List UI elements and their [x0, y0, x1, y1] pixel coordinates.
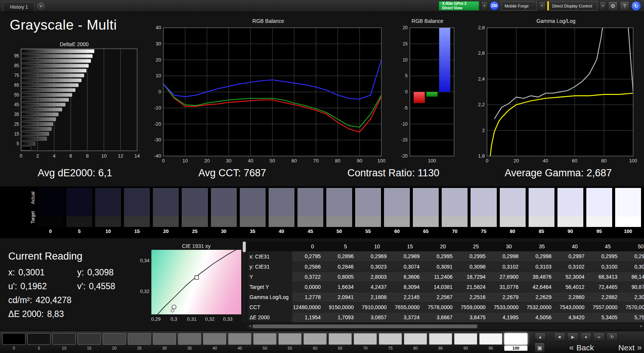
pattern-chip[interactable] [203, 333, 226, 345]
back-button[interactable]: « Back [569, 343, 594, 353]
add-tab-button[interactable]: + [37, 2, 45, 10]
display-dropdown-arrow-icon[interactable]: ▼ [599, 1, 606, 11]
meter-select[interactable]: X-Rite i1Pro 2 Direct View [439, 1, 479, 11]
svg-text:70: 70 [313, 158, 318, 164]
power-icon[interactable]: ↻ [631, 1, 641, 11]
vertical-scroll-thumb[interactable] [243, 242, 246, 252]
continuous-read-icon[interactable]: ∞ [593, 332, 605, 341]
pattern-chip[interactable] [454, 333, 477, 345]
tile-target-swatch [153, 216, 179, 227]
svg-text:90: 90 [357, 158, 362, 164]
pattern-chip[interactable] [303, 333, 327, 345]
table-cell: 0,3102 [556, 261, 589, 272]
pattern-swatch-35[interactable]: 35 [178, 333, 201, 351]
table-cell: 56,4012 [556, 282, 589, 292]
svg-text:-20: -20 [154, 121, 161, 127]
pattern-swatch-95[interactable]: 95 [479, 333, 502, 351]
tab-strip: History 1 + [3, 0, 45, 12]
pattern-swatch-20[interactable]: 20 [103, 333, 126, 351]
pattern-chip[interactable] [253, 333, 276, 345]
table-row: Y0,37220,80052,80036,360611,240618,72942… [247, 272, 644, 282]
scroll-left-icon[interactable]: ◄ [247, 324, 253, 328]
pattern-chip[interactable] [329, 333, 352, 345]
reading-pair: v':0,4558 [77, 281, 146, 291]
display-control-select[interactable]: Direct Display Control [547, 1, 598, 11]
horizontal-scroll-thumb[interactable] [253, 324, 477, 328]
table-cell: 1,2778 [292, 292, 325, 302]
play-icon[interactable]: ▶ [567, 332, 578, 341]
pattern-chip[interactable] [52, 333, 76, 345]
pattern-swatch-40[interactable]: 40 [203, 333, 226, 351]
pattern-swatch-60[interactable]: 60 [303, 333, 327, 351]
pattern-chip-label: 95 [479, 345, 502, 351]
pattern-swatch-25[interactable]: 25 [128, 333, 151, 351]
svg-text:20: 20 [204, 158, 209, 164]
table-cell: 2,3020 [622, 292, 644, 302]
table-cell: 7559,0000 [457, 302, 490, 312]
table-cell: 18,7294 [457, 272, 490, 282]
source-dropdown-arrow-icon[interactable]: ▼ [539, 1, 545, 11]
history-tab[interactable]: History 1 [3, 2, 35, 12]
session-badge[interactable]: 230 [490, 1, 499, 11]
pattern-chip[interactable] [103, 333, 126, 345]
next-button[interactable]: Next » [619, 343, 642, 353]
pattern-swatch-30[interactable]: 30 [153, 333, 176, 351]
pattern-chip[interactable] [27, 333, 51, 345]
svg-text:85: 85 [14, 63, 19, 68]
pattern-chip[interactable] [404, 333, 427, 345]
pattern-window-icon[interactable]: ▣ [535, 342, 545, 353]
table-row-label: Y [247, 272, 292, 282]
record-icon[interactable]: ● [580, 332, 592, 341]
measurement-table-region: 05101520253035404550x: CIE310,27950,2896… [243, 242, 644, 329]
pattern-swatch-65[interactable]: 65 [329, 333, 352, 351]
pattern-swatch-85[interactable]: 85 [429, 333, 452, 351]
pattern-chip[interactable] [429, 333, 452, 345]
tile-label: 45 [297, 227, 323, 236]
pattern-swatch-50[interactable]: 50 [253, 333, 276, 351]
table-cell: 1,1954 [292, 312, 325, 322]
topbar-controls: X-Rite i1Pro 2 Direct View ▼ 230 Mobile … [439, 1, 641, 11]
table-cell: 7533,0000 [490, 302, 523, 312]
grayscale-tile-10: 10 [95, 188, 121, 236]
pattern-chip[interactable] [128, 333, 151, 345]
pattern-swatch-45[interactable]: 45 [228, 333, 251, 351]
table-horizontal-scrollbar[interactable]: ◄ ► [247, 324, 644, 329]
pattern-chip[interactable] [153, 333, 176, 345]
pattern-chip[interactable] [354, 333, 377, 345]
pattern-chip[interactable] [504, 333, 527, 345]
pattern-swatch-90[interactable]: 90 [454, 333, 477, 351]
pattern-chip[interactable] [379, 333, 402, 345]
stop-icon[interactable]: ■ [554, 332, 565, 341]
table-cell: 2,2145 [391, 292, 424, 302]
current-reading-line: u':0,1962v':0,4558 [8, 281, 146, 291]
pattern-swatch-75[interactable]: 75 [379, 333, 402, 351]
refresh-icon[interactable]: ↻ [607, 332, 618, 341]
table-vertical-scrollbar[interactable] [243, 242, 246, 323]
pattern-chip[interactable] [178, 333, 201, 345]
scroll-up-icon[interactable]: ▲ [535, 332, 546, 341]
table-row: Target Y0,00001,66344,24378,309414,03812… [247, 282, 644, 292]
pattern-chip[interactable] [479, 333, 502, 345]
pattern-swatch-80[interactable]: 80 [404, 333, 427, 351]
pattern-swatch-70[interactable]: 70 [354, 333, 377, 351]
scroll-right-icon[interactable]: ► [639, 324, 644, 328]
pattern-swatch-0[interactable]: 0 [2, 333, 25, 351]
tile-target-swatch [211, 216, 237, 227]
pattern-swatch-10[interactable]: 10 [52, 333, 76, 351]
pattern-chip[interactable] [278, 333, 302, 345]
grayscale-tile-65: 65 [413, 188, 439, 236]
pattern-swatch-5[interactable]: 5 [27, 333, 51, 351]
help-icon[interactable]: ? [620, 1, 629, 11]
cie-x-axis-labels: 0,290,30,310,320,33 [151, 315, 241, 322]
pattern-swatch-55[interactable]: 55 [278, 333, 302, 351]
source-select[interactable]: Mobile Forge [501, 1, 537, 11]
pattern-chip[interactable] [78, 333, 101, 345]
pattern-swatch-100[interactable]: 100 [504, 333, 527, 351]
pattern-swatch-15[interactable]: 15 [78, 333, 101, 351]
settings-gear-icon[interactable]: ⚙ [608, 1, 618, 11]
pattern-chip[interactable] [2, 333, 25, 345]
table-cell: 3,8475 [457, 312, 490, 322]
pattern-chip[interactable] [228, 333, 251, 345]
svg-text:2,6: 2,6 [478, 50, 485, 56]
meter-dropdown-arrow-icon[interactable]: ▼ [481, 1, 488, 11]
